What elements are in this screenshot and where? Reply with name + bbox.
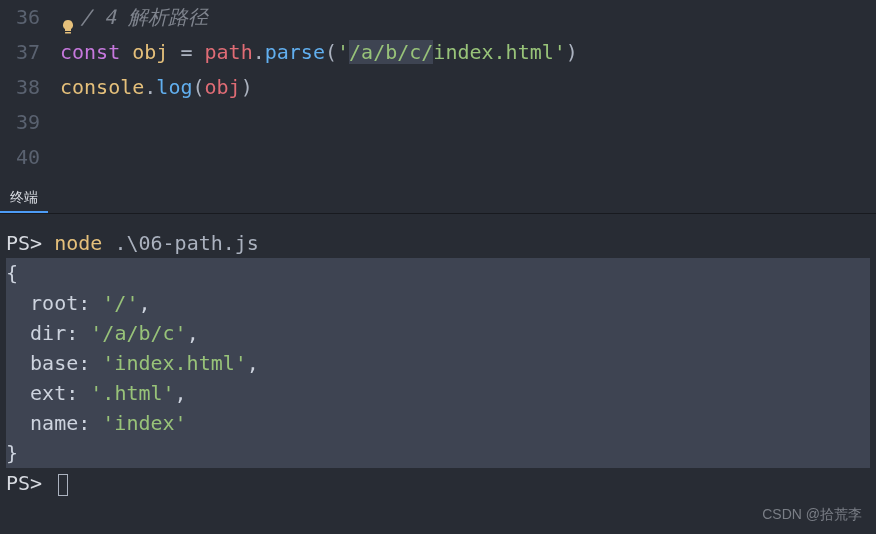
terminal-output-line: dir: '/a/b/c', bbox=[6, 318, 870, 348]
terminal-output-line: ext: '.html', bbox=[6, 378, 870, 408]
line-number: 37 bbox=[0, 35, 40, 70]
code-line-39[interactable] bbox=[60, 105, 876, 140]
token-dot: . bbox=[144, 75, 156, 99]
output-comma: , bbox=[247, 351, 259, 375]
output-key: name: bbox=[6, 411, 102, 435]
output-val: '/' bbox=[102, 291, 138, 315]
token-quote: ' bbox=[337, 40, 349, 64]
terminal-tab[interactable]: 终端 bbox=[0, 183, 48, 213]
terminal-output-line: base: 'index.html', bbox=[6, 348, 870, 378]
line-number: 39 bbox=[0, 105, 40, 140]
token-rparen: ) bbox=[566, 40, 578, 64]
output-key: ext: bbox=[6, 381, 90, 405]
line-number: 40 bbox=[0, 140, 40, 175]
token-path: path bbox=[205, 40, 253, 64]
watermark: CSDN @拾荒李 bbox=[762, 506, 862, 524]
output-val: 'index.html' bbox=[102, 351, 247, 375]
code-line-37[interactable]: const obj = path.parse('/a/b/c/index.htm… bbox=[60, 35, 876, 70]
terminal-prompt: PS> bbox=[6, 231, 42, 255]
token-obj: obj bbox=[132, 40, 168, 64]
output-key: root: bbox=[6, 291, 102, 315]
terminal-prompt: PS> bbox=[6, 471, 42, 495]
terminal-arg: .\06-path.js bbox=[114, 231, 259, 255]
code-content[interactable]: / 4 解析路径 const obj = path.parse('/a/b/c/… bbox=[60, 0, 876, 175]
output-comma: , bbox=[175, 381, 187, 405]
terminal-command: node bbox=[54, 231, 102, 255]
token-log: log bbox=[156, 75, 192, 99]
output-val: 'index' bbox=[102, 411, 186, 435]
output-key: dir: bbox=[6, 321, 90, 345]
terminal-output-selection: { root: '/', dir: '/a/b/c', base: 'index… bbox=[6, 258, 870, 468]
terminal-output-line: root: '/', bbox=[6, 288, 870, 318]
output-val: '.html' bbox=[90, 381, 174, 405]
terminal-tab-bar: 终端 bbox=[0, 183, 876, 214]
token-const: const bbox=[60, 40, 120, 64]
terminal-prompt-line: PS> bbox=[6, 468, 870, 498]
token-string-hl: /a/b/c/ bbox=[349, 40, 433, 64]
lightbulb-icon[interactable] bbox=[60, 11, 76, 27]
svg-rect-0 bbox=[65, 32, 71, 34]
token-parse: parse bbox=[265, 40, 325, 64]
output-key: base: bbox=[6, 351, 102, 375]
output-comma: , bbox=[187, 321, 199, 345]
comment-text: 解析路径 bbox=[128, 5, 208, 29]
terminal-output-line: { bbox=[6, 258, 870, 288]
token-quote: ' bbox=[554, 40, 566, 64]
token-rparen: ) bbox=[241, 75, 253, 99]
terminal-output-line: name: 'index' bbox=[6, 408, 870, 438]
code-line-38[interactable]: console.log(obj) bbox=[60, 70, 876, 105]
code-line-36[interactable]: / 4 解析路径 bbox=[60, 0, 876, 35]
line-number-gutter: 36 37 38 39 40 bbox=[0, 0, 60, 175]
output-comma: , bbox=[138, 291, 150, 315]
line-number: 36 bbox=[0, 0, 40, 35]
terminal-command-line: PS> node .\06-path.js bbox=[6, 228, 870, 258]
token-console: console bbox=[60, 75, 144, 99]
token-lparen: ( bbox=[325, 40, 337, 64]
terminal-panel: 终端 PS> node .\06-path.js { root: '/', di… bbox=[0, 183, 876, 504]
terminal-cursor bbox=[58, 474, 68, 496]
code-line-40[interactable] bbox=[60, 140, 876, 175]
terminal-output-line: } bbox=[6, 438, 870, 468]
comment-marker: / bbox=[80, 5, 92, 29]
code-editor[interactable]: 36 37 38 39 40 / 4 解析路径 const obj = path… bbox=[0, 0, 876, 175]
terminal-content[interactable]: PS> node .\06-path.js { root: '/', dir: … bbox=[0, 214, 876, 504]
token-string: index.html bbox=[433, 40, 553, 64]
token-obj: obj bbox=[205, 75, 241, 99]
token-lparen: ( bbox=[192, 75, 204, 99]
line-number: 38 bbox=[0, 70, 40, 105]
token-eq: = bbox=[168, 40, 204, 64]
token-dot: . bbox=[253, 40, 265, 64]
output-val: '/a/b/c' bbox=[90, 321, 186, 345]
comment-num: 4 bbox=[92, 5, 128, 29]
